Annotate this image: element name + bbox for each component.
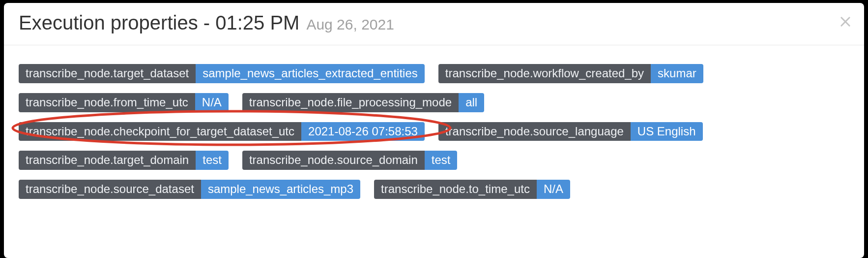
property-key: transcribe_node.file_processing_mode bbox=[242, 93, 459, 112]
property-key: transcribe_node.target_dataset bbox=[19, 64, 196, 83]
execution-properties-modal: Execution properties - 01:25 PM Aug 26, … bbox=[4, 3, 864, 258]
property-value: N/A bbox=[537, 180, 570, 199]
property-value: 2021-08-26 07:58:53 bbox=[301, 122, 425, 141]
modal-header: Execution properties - 01:25 PM Aug 26, … bbox=[4, 3, 864, 45]
property-key: transcribe_node.checkpoint_for_target_da… bbox=[19, 122, 301, 141]
property-key: transcribe_node.from_time_utc bbox=[19, 93, 195, 112]
property-tag: transcribe_node.source_language US Engli… bbox=[438, 122, 703, 141]
property-value: N/A bbox=[195, 93, 229, 112]
property-key: transcribe_node.source_dataset bbox=[19, 180, 201, 199]
property-tag: transcribe_node.source_domain test bbox=[242, 151, 458, 170]
property-key: transcribe_node.workflow_created_by bbox=[438, 64, 651, 83]
property-tag: transcribe_node.to_time_utc N/A bbox=[374, 180, 570, 199]
property-value: sample_news_articles_mp3 bbox=[201, 180, 360, 199]
property-value: skumar bbox=[651, 64, 703, 83]
property-tag: transcribe_node.target_domain test bbox=[19, 151, 229, 170]
property-value: all bbox=[459, 93, 484, 112]
modal-subtitle: Aug 26, 2021 bbox=[306, 16, 394, 33]
close-icon[interactable] bbox=[839, 15, 852, 29]
property-value: sample_news_articles_extracted_entities bbox=[196, 64, 425, 83]
property-value: test bbox=[196, 151, 229, 170]
property-row: transcribe_node.source_dataset sample_ne… bbox=[19, 180, 849, 199]
property-row: transcribe_node.from_time_utc N/A transc… bbox=[19, 93, 849, 112]
property-tag: transcribe_node.file_processing_mode all bbox=[242, 93, 484, 112]
property-row: transcribe_node.checkpoint_for_target_da… bbox=[19, 122, 849, 141]
modal-body: transcribe_node.target_dataset sample_ne… bbox=[4, 45, 864, 221]
modal-title: Execution properties - 01:25 PM bbox=[19, 12, 299, 34]
property-key: transcribe_node.to_time_utc bbox=[374, 180, 537, 199]
property-row: transcribe_node.target_dataset sample_ne… bbox=[19, 64, 849, 83]
property-key: transcribe_node.source_language bbox=[438, 122, 631, 141]
property-value: test bbox=[425, 151, 458, 170]
property-tag: transcribe_node.target_dataset sample_ne… bbox=[19, 64, 425, 83]
property-key: transcribe_node.target_domain bbox=[19, 151, 196, 170]
property-row: transcribe_node.target_domain test trans… bbox=[19, 151, 849, 170]
property-tag: transcribe_node.checkpoint_for_target_da… bbox=[19, 122, 425, 141]
property-value: US English bbox=[631, 122, 703, 141]
property-key: transcribe_node.source_domain bbox=[242, 151, 425, 170]
property-tag: transcribe_node.source_dataset sample_ne… bbox=[19, 180, 360, 199]
property-tag: transcribe_node.from_time_utc N/A bbox=[19, 93, 229, 112]
property-tag: transcribe_node.workflow_created_by skum… bbox=[438, 64, 703, 83]
